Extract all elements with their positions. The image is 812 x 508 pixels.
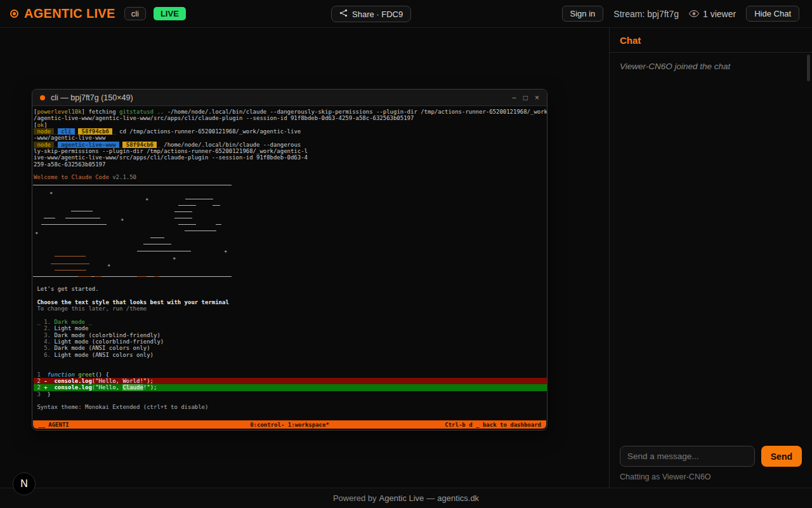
stream-id-label: Stream: bpj7ft7g [613, 9, 679, 19]
share-label: Share · FDC9 [352, 10, 403, 19]
footer-dash: — [426, 493, 435, 503]
chatting-as-label: Chatting as Viewer-CN6O [610, 471, 812, 488]
terminal-body: [powerlevel10k] fetching gitstatusd .. -… [32, 106, 547, 429]
viewer-count-label: 1 viewer [703, 9, 736, 19]
sign-in-button[interactable]: Sign in [562, 6, 604, 22]
nextjs-devtools-button[interactable]: N [13, 472, 36, 495]
minimize-icon[interactable]: − [512, 93, 516, 102]
share-button[interactable]: Share · FDC9 [331, 6, 411, 22]
chat-system-message: Viewer-CN6O joined the chat [620, 62, 802, 71]
stream-area: cli — bpj7ft7g (150×49) − □ × [powerleve… [0, 28, 609, 488]
send-button[interactable]: Send [761, 446, 802, 467]
chat-messages: Viewer-CN6O joined the chat [610, 53, 812, 438]
hide-chat-button[interactable]: Hide Chat [746, 6, 799, 22]
terminal-dot-icon [40, 95, 45, 100]
viewer-count: 1 viewer [689, 9, 736, 19]
footer-prefix: Powered by [333, 493, 377, 503]
record-icon [10, 10, 18, 18]
statusbar-hint: Ctrl-b d _ back to dashboard [445, 422, 546, 428]
brand-title: AGENTIC LIVE [24, 6, 115, 21]
session-badge: cli [124, 7, 146, 20]
statusbar-session: __ AGENTI [33, 422, 69, 428]
maximize-icon[interactable]: □ [523, 93, 528, 102]
chat-composer: Send [610, 438, 812, 471]
chat-title: Chat [610, 28, 812, 53]
page-footer: Powered by Agentic Live — agentics.dk [0, 488, 812, 508]
share-icon [339, 9, 348, 19]
tmux-statusbar: __ AGENTI 0:control- 1:workspace* Ctrl-b… [33, 420, 546, 429]
chat-panel: Chat Viewer-CN6O joined the chat Send Ch… [609, 28, 812, 488]
brand: AGENTIC LIVE [10, 6, 115, 21]
live-badge: LIVE [154, 7, 186, 20]
footer-link-agentics-dk[interactable]: agentics.dk [437, 493, 479, 503]
ascii-art: ******* [33, 185, 233, 279]
chat-message-input[interactable] [620, 446, 755, 467]
statusbar-windows: 0:control- 1:workspace* [250, 422, 329, 428]
footer-link-agentic-live[interactable]: Agentic Live [379, 493, 424, 503]
close-icon[interactable]: × [535, 93, 539, 102]
chat-scrollbar[interactable] [807, 55, 810, 81]
terminal-titlebar: cli — bpj7ft7g (150×49) − □ × [32, 90, 547, 106]
terminal-window: cli — bpj7ft7g (150×49) − □ × [powerleve… [32, 89, 547, 431]
eye-icon [689, 9, 699, 19]
terminal-title: cli — bpj7ft7g (150×49) [51, 93, 133, 102]
app-header: AGENTIC LIVE cli LIVE Share · FDC9 Sign … [0, 0, 812, 28]
